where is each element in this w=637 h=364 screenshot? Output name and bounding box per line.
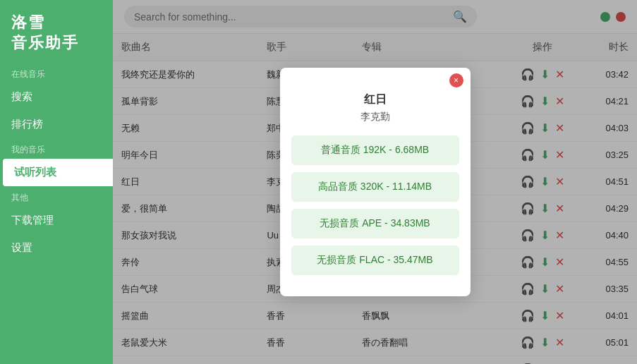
quality-option-lossless_flac[interactable]: 无损音质 FLAC - 35.47MB: [291, 245, 459, 275]
quality-option-lossless_ape[interactable]: 无损音质 APE - 34.83MB: [291, 209, 459, 238]
sidebar-item-charts[interactable]: 排行榜: [0, 111, 113, 138]
download-quality-modal: × 红日 李克勤 普通音质 192K - 6.68MB高品音质 320K - 1…: [280, 68, 471, 296]
modal-header: ×: [280, 68, 471, 87]
section-label-mymusic: 我的音乐: [0, 138, 113, 159]
section-label-other: 其他: [0, 186, 113, 207]
quality-option-high[interactable]: 高品音质 320K - 11.14MB: [291, 172, 459, 202]
sidebar-item-download[interactable]: 下载管理: [0, 207, 113, 234]
modal-overlay[interactable]: × 红日 李克勤 普通音质 192K - 6.68MB高品音质 320K - 1…: [113, 0, 637, 364]
section-label-online: 在线音乐: [0, 63, 113, 83]
modal-quality-options: 普通音质 192K - 6.68MB高品音质 320K - 11.14MB无损音…: [280, 135, 471, 275]
modal-song-name: 红日: [280, 90, 471, 109]
sidebar: 洛雪音乐助手 在线音乐 搜索 排行榜 我的音乐 试听列表 其他 下载管理 设置: [0, 0, 113, 364]
modal-title: 红日 李克勤: [280, 87, 471, 135]
app-title: 洛雪音乐助手: [0, 0, 113, 63]
modal-artist-name: 李克勤: [280, 109, 471, 124]
quality-option-normal[interactable]: 普通音质 192K - 6.68MB: [291, 135, 459, 165]
sidebar-item-search[interactable]: 搜索: [0, 83, 113, 111]
modal-close-button[interactable]: ×: [449, 73, 463, 87]
main-area: 🔍 歌曲名 歌手 专辑 操作 时长 我终究还是爱你的 魏新雨 我终究还是爱你的: [113, 0, 637, 364]
sidebar-item-trial-list[interactable]: 试听列表: [3, 159, 113, 186]
sidebar-item-settings[interactable]: 设置: [0, 234, 113, 262]
